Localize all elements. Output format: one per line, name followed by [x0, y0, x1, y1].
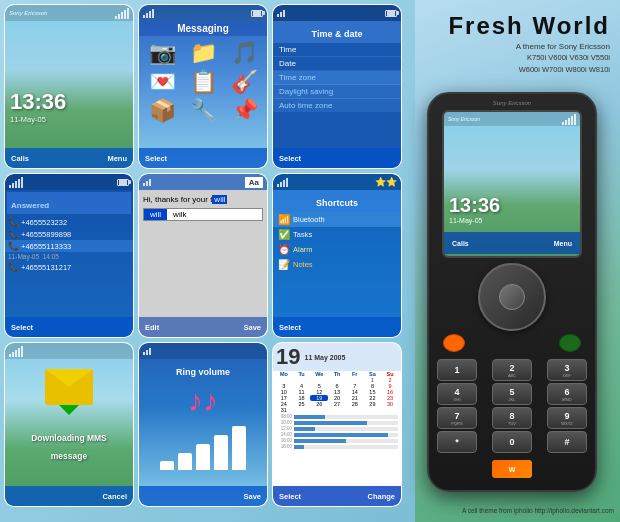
autocomplete-will[interactable]: will [144, 209, 167, 220]
timedate-select-btn[interactable]: Select [279, 154, 301, 163]
msg-icon-camera: 📷 [143, 40, 181, 66]
screen-home: Sony Ericsson 13:36 11-May-05 Calls M [4, 4, 134, 169]
call-number-2: +46555899898 [21, 230, 71, 239]
calls-select-btn[interactable]: Select [11, 323, 33, 332]
messaging-select-btn[interactable]: Select [145, 154, 167, 163]
phone-display-date: 11-May-05 [449, 217, 500, 224]
chart-label-4: 14:00 [276, 432, 292, 437]
messaging-title: Messaging [177, 23, 229, 34]
key-2[interactable]: 2 ABC [492, 359, 532, 381]
ring-bar-1 [160, 461, 174, 470]
call-number-4: +46555131217 [21, 263, 71, 272]
key-0[interactable]: 0 [492, 431, 532, 453]
key-8[interactable]: 8 TUV [492, 407, 532, 429]
calendar-day-num: 19 [276, 344, 300, 370]
home-brand-label: Sony Ericsson [9, 10, 47, 16]
msg-icon-tools: 🔧 [184, 98, 222, 124]
nav-center-btn[interactable] [499, 284, 525, 310]
key-6[interactable]: 6 MNO [547, 383, 587, 405]
key-4[interactable]: 4 GHI [437, 383, 477, 405]
credit-text: A cell theme from ipholio http://ipholio… [462, 506, 614, 516]
home-calls-btn[interactable]: Calls [11, 154, 29, 163]
call-icon-1: 📞 [8, 217, 19, 227]
timedate-daylight: Daylight saving [273, 85, 401, 99]
mms-message-text: Downloading MMS message [31, 433, 107, 461]
app-subtitle: A theme for Sony Ericsson [425, 42, 610, 51]
msg-icon-clipboard: 📋 [184, 69, 222, 95]
text-content: Hi, thanks for your t [143, 195, 212, 204]
screen-calendar: 19 11 May 2005 Mo Tu We Th Fr Sa Su [272, 342, 402, 507]
timedate-timezone: Time zone [273, 71, 401, 85]
chart-label-6: 18:00 [276, 444, 292, 449]
timedate-date: Date [273, 57, 401, 71]
mms-cancel-btn[interactable]: Cancel [102, 492, 127, 501]
call-icon-4: 📞 [8, 262, 19, 272]
autocomplete-wilk[interactable]: wilk [167, 209, 192, 220]
msg-icon-box: 📦 [143, 98, 181, 124]
home-menu-btn[interactable]: Menu [107, 154, 127, 163]
shortcuts-select-btn[interactable]: Select [279, 323, 301, 332]
text-save-btn[interactable]: Save [243, 323, 261, 332]
ring-bar-4 [214, 435, 228, 470]
text-cursor: will [212, 195, 227, 204]
phone-inner-brand: Sony Ericsson [448, 116, 480, 122]
shortcut-bluetooth: 📶 Bluetooth [273, 212, 401, 227]
timedate-time: Time [273, 43, 401, 57]
right-panel: Fresh World A theme for Sony Ericsson K7… [415, 0, 620, 522]
screen-shortcuts: ⭐⭐ Shortcuts 📶 Bluetooth ✅ Tasks ⏰ Alarm… [272, 173, 402, 338]
home-time: 13:36 [10, 89, 66, 115]
calendar-month-year: 11 May 2005 [304, 354, 345, 361]
screen-ring-volume: Ring volume ♪♪ Save [138, 342, 268, 507]
home-date: 11-May-05 [10, 115, 66, 124]
chart-label-1: 08:00 [276, 414, 292, 419]
compatible-models: K750i V600i V630i V550i W600i W700i W800… [425, 52, 610, 76]
phone-screen-bezel: Sony Ericsson 13:36 11-May-05 Calls M [442, 110, 582, 258]
phone-keypad: 1 2 ABC 3 DEF 4 GHI 5 J [429, 357, 595, 457]
phone-soft-left[interactable]: Calls [452, 240, 469, 247]
screen-mms: Downloading MMS message Cancel [4, 342, 134, 507]
calls-answered-label: Answered [11, 201, 49, 210]
phone-body: Sony Ericsson Sony Ericsson 13:36 11-M [427, 92, 597, 492]
call-number-1: +4655523232 [21, 218, 67, 227]
screen-calls: Answered 📞 +4655523232 📞 +46555899898 📞 … [4, 173, 134, 338]
shortcut-tasks: ✅ Tasks [273, 227, 401, 242]
walkman-logo: W [429, 460, 595, 478]
calendar-change-btn[interactable]: Change [367, 492, 395, 501]
screen-text-edit: Aa Hi, thanks for your twill will wilk E… [138, 173, 268, 338]
cal-31: 31 [275, 407, 293, 413]
ring-bar-2 [178, 453, 192, 470]
title-area: Fresh World A theme for Sony Ericsson K7… [415, 0, 620, 84]
nav-d-pad[interactable] [478, 263, 546, 331]
calendar-select-btn[interactable]: Select [279, 492, 301, 501]
nav-circle-area [429, 263, 595, 331]
ring-bar-3 [196, 444, 210, 470]
app-title: Fresh World [425, 12, 610, 40]
chart-label-2: 10:00 [276, 420, 292, 425]
chart-label-3: 12:00 [276, 426, 292, 431]
timedate-auto: Auto time zone [273, 99, 401, 112]
timedate-title: Time & date [312, 29, 363, 39]
call-icon-2: 📞 [8, 229, 19, 239]
msg-icon-guitar: 🎸 [225, 69, 263, 95]
call-number-3: +46555113333 [21, 242, 71, 251]
call-icon-3: 📞 [8, 241, 19, 251]
key-1[interactable]: 1 [437, 359, 477, 381]
key-5[interactable]: 5 JKL [492, 383, 532, 405]
key-3[interactable]: 3 DEF [547, 359, 587, 381]
shortcut-alarm: ⏰ Alarm [273, 242, 401, 257]
call-btn[interactable] [559, 334, 581, 352]
orange-btn[interactable] [443, 334, 465, 352]
shortcut-notes: 📝 Notes [273, 257, 401, 272]
phone-soft-right[interactable]: Menu [554, 240, 572, 247]
screens-grid: Sony Ericsson 13:36 11-May-05 Calls M [4, 4, 419, 507]
key-7[interactable]: 7 PQRS [437, 407, 477, 429]
shortcuts-title: Shortcuts [316, 198, 358, 208]
key-9[interactable]: 9 WXYZ [547, 407, 587, 429]
text-edit-btn[interactable]: Edit [145, 323, 159, 332]
screen-timedate: Time & date Time Date Time zone Daylight… [272, 4, 402, 169]
ring-save-btn[interactable]: Save [243, 492, 261, 501]
key-hash[interactable]: # [547, 431, 587, 453]
ring-bar-5 [232, 426, 246, 470]
key-star[interactable]: * [437, 431, 477, 453]
msg-icon-mail: 💌 [143, 69, 181, 95]
